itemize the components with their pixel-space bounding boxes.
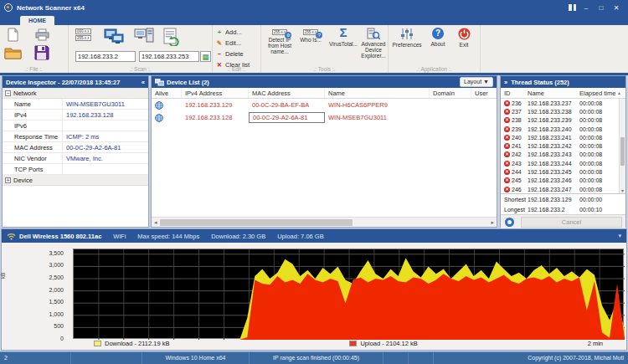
- thread-row[interactable]: ✕238 192.168.233.239 00:00:08: [501, 116, 625, 125]
- thread-failed-icon: ✕: [504, 169, 510, 175]
- thread-row[interactable]: ✕240 192.168.233.241 00:00:08: [501, 133, 625, 141]
- title-bar: Network Scanner x64 – □ ✕: [0, 0, 628, 15]
- col-thread-name[interactable]: Name: [528, 88, 579, 98]
- col-domain[interactable]: Domain: [430, 88, 471, 98]
- print-button[interactable]: [35, 28, 49, 41]
- app-icon: [4, 3, 13, 12]
- expand-box-icon[interactable]: +: [5, 177, 11, 183]
- inspector-row[interactable]: Name WIN-MSEB7GU3011: [3, 99, 148, 110]
- close-button[interactable]: ✕: [611, 4, 621, 12]
- thread-failed-icon: ✕: [504, 117, 510, 123]
- save-button[interactable]: [34, 45, 49, 60]
- horizontal-scrollbar[interactable]: ◂ ▸: [152, 217, 497, 227]
- inspector-row[interactable]: IPv4 192.168.233.128: [3, 110, 148, 120]
- inspector-row[interactable]: IPv6: [3, 120, 148, 131]
- chart-collapse-icon[interactable]: ▾: [618, 233, 621, 239]
- col-mac[interactable]: MAC Address: [249, 88, 325, 98]
- thread-status-title: Thread Status (252): [511, 79, 569, 86]
- collapse-box-icon[interactable]: −: [5, 90, 11, 96]
- inspector-row[interactable]: TCP Ports: [3, 164, 148, 175]
- thread-row[interactable]: ✕244 192.168.233.245 00:00:08: [501, 167, 625, 176]
- thread-row[interactable]: ✕243 192.168.233.244 00:00:08: [501, 159, 625, 167]
- layout-button[interactable]: Layout ▼: [460, 77, 493, 87]
- scroll-right-icon[interactable]: ▸: [488, 219, 497, 226]
- inspector-section-network[interactable]: − Network: [3, 88, 148, 99]
- vertical-scrollbar[interactable]: ▾: [619, 99, 625, 193]
- thread-failed-icon: ✕: [504, 177, 510, 183]
- add-button[interactable]: +Add...: [216, 28, 242, 36]
- group-label-scan: .: Scan :.: [69, 66, 212, 72]
- ip-range-icon: 000.x.x: [75, 28, 91, 34]
- thread-row[interactable]: ✕245 192.168.233.246 00:00:08: [501, 177, 625, 185]
- advanced-explorer-button[interactable]: Advanced Device Explorer...: [360, 28, 387, 59]
- scan-host-button[interactable]: [134, 28, 154, 46]
- chevron-down-icon: ▼: [483, 79, 489, 85]
- virustotal-button[interactable]: Σ VirusTotal...: [327, 26, 360, 47]
- detect-ip-button[interactable]: 255.x.x ⚙ Detect IP from Host name...: [265, 28, 295, 54]
- preferences-button[interactable]: Preferences: [390, 28, 424, 48]
- thread-row[interactable]: ✕239 192.168.233.240 00:00:08: [501, 125, 625, 133]
- who-is-button[interactable]: 255.x.x ? Who Is...: [296, 28, 325, 43]
- thread-id: 236: [512, 100, 522, 106]
- scroll-left-icon[interactable]: ◂: [152, 219, 160, 226]
- thread-row[interactable]: ✕242 192.168.233.243 00:00:08: [501, 151, 625, 159]
- thread-rows: ✕236 192.168.233.237 00:00:08 ✕237 192.1…: [501, 99, 625, 193]
- cell-mac-selected[interactable]: 00-0C-29-A2-6A-81: [249, 112, 325, 123]
- open-button[interactable]: [4, 46, 22, 59]
- donate-icon[interactable]: [569, 4, 576, 11]
- ip-grid-button[interactable]: ▦: [200, 51, 211, 62]
- tab-home[interactable]: HOME: [20, 16, 54, 25]
- edit-pencil-icon: ✎: [216, 39, 223, 47]
- about-label: About: [431, 41, 445, 47]
- col-user[interactable]: User: [471, 88, 497, 98]
- thread-collapse-icon[interactable]: »: [504, 79, 507, 86]
- status-os: Windows 10 Home x64: [142, 352, 250, 364]
- device-list-panel: Device List (2) Layout ▼ Alive IPv4 Addr…: [151, 75, 497, 228]
- edit-button[interactable]: ✎Edit...: [216, 39, 241, 47]
- thread-row[interactable]: ✕246 192.168.233.247 00:00:08: [501, 185, 625, 193]
- thread-row[interactable]: ✕237 192.168.233.238 00:00:08: [501, 107, 625, 115]
- advanced-explorer-label: Advanced Device Explorer...: [360, 41, 387, 59]
- scan-to-input[interactable]: [139, 51, 199, 62]
- about-question-icon: ?: [432, 28, 444, 39]
- col-name[interactable]: Name: [325, 88, 430, 98]
- delete-button[interactable]: −Delete: [216, 50, 244, 58]
- inspector-row[interactable]: MAC Address 00-0C-29-A2-6A-81: [3, 142, 148, 153]
- thread-row[interactable]: ✕236 192.168.233.237 00:00:08: [501, 99, 625, 107]
- scrollbar-thumb[interactable]: [160, 219, 353, 226]
- maximize-button[interactable]: □: [596, 4, 606, 12]
- minimize-button[interactable]: –: [581, 4, 591, 12]
- inspector-section-device[interactable]: + Device: [3, 175, 148, 186]
- device-row-2[interactable]: 192.168.233.128 00-0C-29-A2-6A-81 WIN-MS…: [152, 111, 497, 124]
- scan-network-button[interactable]: [104, 28, 126, 46]
- col-id[interactable]: ID: [501, 88, 528, 98]
- col-alive[interactable]: Alive: [152, 88, 182, 98]
- col-ipv4[interactable]: IPv4 Address: [182, 88, 249, 98]
- exit-button[interactable]: Exit: [454, 28, 474, 48]
- col-elapsed[interactable]: Elapsed time: [579, 88, 618, 98]
- scroll-up-icon[interactable]: ▴: [618, 88, 625, 98]
- new-file-button[interactable]: [7, 28, 19, 42]
- property-value: VMware, Inc.: [63, 153, 148, 163]
- device-row-1[interactable]: 192.168.233.129 00-0C-29-BA-EF-BA WIN-H6…: [152, 99, 497, 111]
- device-explorer-icon: [367, 28, 380, 39]
- scan-from-input[interactable]: [75, 51, 136, 62]
- rescan-list-button[interactable]: [163, 28, 180, 46]
- thread-row[interactable]: ✕241 192.168.233.242 00:00:08: [501, 141, 625, 150]
- group-label-tools: .: Tools :.: [261, 66, 388, 72]
- detect-ip-label: Detect IP from Host name...: [265, 37, 295, 54]
- scrollbar-thumb[interactable]: [620, 137, 625, 166]
- about-button[interactable]: ? About: [427, 28, 449, 47]
- adapter-name: Dell Wireless 1560 802.11ac: [19, 233, 101, 240]
- inspector-row[interactable]: Response Time ICMP: 2 ms: [3, 131, 148, 142]
- scroll-down-icon[interactable]: ▾: [620, 187, 625, 193]
- thread-column-headers: ID Name Elapsed time ▴: [501, 88, 625, 99]
- cancel-button[interactable]: Cancel: [521, 217, 622, 228]
- inspector-collapse-icon[interactable]: «: [142, 79, 145, 86]
- ip-range-icon-2: 255.x.x: [75, 35, 91, 41]
- thread-failed-icon: ✕: [504, 187, 510, 192]
- y-axis-tick: 2,000: [49, 287, 64, 294]
- inspector-row[interactable]: NIC Vendor VMware, Inc.: [3, 153, 148, 164]
- y-axis-tick: 500: [54, 323, 64, 330]
- ip-range-scan-button[interactable]: 000.x.x 255.x.x: [75, 28, 91, 41]
